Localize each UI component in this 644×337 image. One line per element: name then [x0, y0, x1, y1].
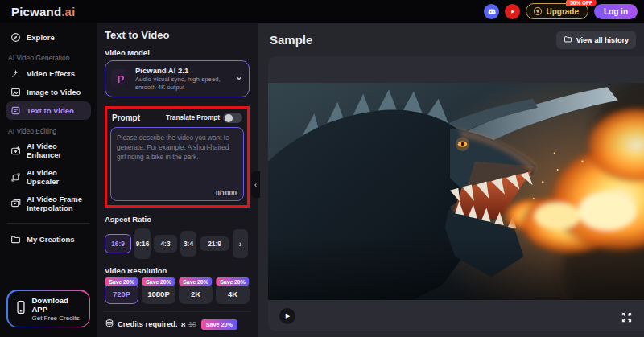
coins-icon — [105, 317, 114, 331]
sidebar-item-label: My Creations — [27, 235, 75, 244]
sidebar-item-label: Video Effects — [27, 69, 75, 78]
save-badge: Save 20% — [105, 277, 138, 286]
sample-video-image — [268, 83, 644, 300]
prompt-section-highlight: Prompt Translate Prompt 0/1000 — [105, 106, 250, 208]
login-button[interactable]: Log in — [594, 4, 638, 19]
app-logo[interactable]: Picwand.ai — [11, 5, 76, 18]
download-app-button[interactable]: Download APP Get Free Credits — [6, 290, 90, 327]
credits-original: 10 — [188, 320, 196, 328]
model-name: Picwand AI 2.1 — [135, 66, 230, 75]
logo-suffix: .ai — [61, 5, 75, 18]
character-counter: 0/1000 — [216, 189, 237, 197]
discount-badge: 50% OFF — [566, 0, 597, 6]
aspect-option-9-16[interactable]: 9:16 — [134, 228, 151, 259]
resolution-1080p[interactable]: 1080P — [142, 283, 175, 304]
credits-label: Credits required: — [118, 320, 178, 328]
aspect-ratio-options: 16:9 9:16 4:3 3:4 21:9 › — [105, 227, 250, 261]
youtube-icon[interactable] — [505, 4, 520, 19]
translate-prompt-toggle[interactable] — [223, 113, 242, 123]
video-model-label: Video Model — [105, 48, 250, 57]
aspect-option-16-9[interactable]: 16:9 — [105, 234, 131, 253]
play-icon: ▶ — [286, 313, 290, 319]
compass-icon — [10, 32, 21, 43]
image-icon — [10, 87, 21, 97]
sidebar: Explore AI Video Generation Video Effect… — [0, 23, 97, 337]
sidebar-item-video-effects[interactable]: Video Effects — [6, 64, 91, 83]
prompt-label: Prompt — [112, 113, 140, 122]
aspect-more-button[interactable]: › — [233, 229, 248, 258]
download-app-title: Download APP — [32, 296, 82, 314]
text-to-video-panel: Text to Video Video Model P Picwand AI 2… — [97, 23, 258, 337]
sidebar-item-image-to-video[interactable]: Image to Video — [6, 83, 91, 101]
translate-prompt-label: Translate Prompt — [166, 114, 220, 121]
sidebar-item-ai-video-upscaler[interactable]: AI Video Upscaler — [6, 164, 91, 191]
magic-effects-icon — [10, 68, 21, 79]
save-badge: Save 20% — [142, 277, 175, 286]
divider — [103, 311, 251, 312]
chevron-left-icon: ‹ — [254, 181, 257, 189]
aspect-option-3-4[interactable]: 3:4 — [180, 231, 196, 257]
resolution-720p[interactable]: 720P — [105, 283, 138, 304]
resolution-4k[interactable]: 4K — [216, 283, 250, 304]
video-player: ▶ — [268, 56, 644, 331]
logo-text: Picwand — [11, 5, 61, 18]
save-badge: Save 20% — [216, 277, 249, 286]
top-bar: Picwand.ai Upgrade 50% OFF Log in — [0, 0, 644, 23]
text-document-icon — [10, 105, 21, 116]
preview-panel: Sample View all history — [258, 23, 644, 337]
aspect-option-4-3[interactable]: 4:3 — [154, 235, 177, 253]
history-folder-icon — [564, 35, 572, 45]
section-ai-video-generation: AI Video Generation — [8, 54, 89, 62]
sidebar-item-label: AI Video Upscaler — [27, 168, 86, 187]
sidebar-item-label: Explore — [27, 33, 55, 42]
sidebar-item-explore[interactable]: Explore — [6, 28, 91, 47]
video-enhancer-icon — [10, 146, 21, 156]
chevron-right-icon: › — [239, 240, 242, 249]
gem-icon — [533, 6, 543, 16]
resolution-2k[interactable]: 2K — [179, 283, 213, 304]
fullscreen-button[interactable] — [621, 311, 633, 323]
upgrade-label: Upgrade — [546, 7, 579, 16]
sidebar-item-my-creations[interactable]: My Creations — [6, 230, 91, 249]
sidebar-item-label: AI Video Enhancer — [27, 142, 86, 160]
sidebar-item-label: Text to Video — [27, 106, 74, 115]
chevron-down-icon — [235, 74, 243, 84]
aspect-ratio-label: Aspect Ratio — [105, 215, 250, 224]
video-model-selector[interactable]: P Picwand AI 2.1 Audio-visual sync, high… — [105, 60, 250, 97]
sidebar-divider — [7, 223, 89, 224]
credits-save-badge: Save 20% — [201, 319, 237, 330]
video-upscaler-icon — [10, 172, 21, 183]
sidebar-item-text-to-video[interactable]: Text to Video — [6, 101, 91, 120]
save-badge: Save 20% — [179, 277, 212, 286]
history-label: View all history — [576, 36, 629, 44]
sidebar-item-label: AI Video Frame Interpolation — [27, 195, 86, 213]
model-description: Audio-visual sync, high-speed, smooth 4K… — [135, 76, 230, 92]
fullscreen-icon — [621, 311, 633, 323]
app-window: Picwand.ai Upgrade 50% OFF Log in Explor… — [0, 0, 644, 337]
frame-interpolation-icon — [10, 198, 21, 208]
sidebar-item-ai-video-enhancer[interactable]: AI Video Enhancer — [6, 138, 91, 164]
preview-title: Sample — [270, 33, 312, 47]
view-all-history-button[interactable]: View all history — [556, 31, 636, 49]
video-resolution-label: Video Resolution — [105, 266, 250, 275]
phone-icon — [15, 300, 27, 318]
sidebar-item-ai-video-frame-interpolation[interactable]: AI Video Frame Interpolation — [6, 191, 91, 217]
download-app-subtitle: Get Free Credits — [32, 314, 82, 322]
panel-collapse-handle[interactable]: ‹ — [251, 171, 260, 198]
dragon-illustration — [268, 83, 644, 300]
folder-icon — [10, 234, 21, 245]
section-ai-video-editing: AI Video Editing — [8, 127, 89, 135]
aspect-option-21-9[interactable]: 21:9 — [200, 236, 229, 251]
resolution-options: Save 20% 720P Save 20% 1080P Save 20% 2K… — [105, 283, 250, 304]
discord-icon[interactable] — [484, 4, 499, 19]
model-logo: P — [111, 69, 130, 88]
play-button[interactable]: ▶ — [279, 308, 295, 324]
sidebar-item-label: Image to Video — [27, 88, 80, 97]
panel-title: Text to Video — [105, 29, 250, 41]
credits-info: Credits required: 8 10 Save 20% — [105, 317, 250, 331]
credits-current: 8 — [181, 320, 185, 329]
